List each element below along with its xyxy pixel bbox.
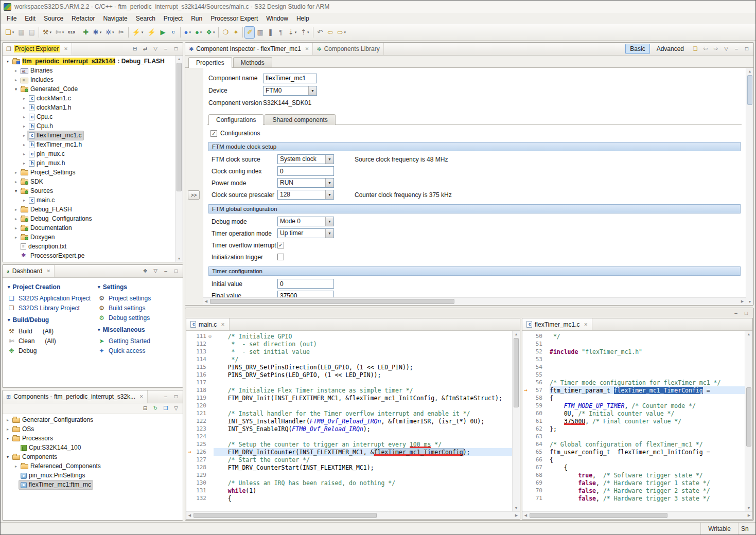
code-line-59[interactable]: 59 FTM_MODE_UP_TIMER, /* Counter mode */ (522, 402, 745, 409)
code-line-61[interactable]: 61 37500U, /* Final counter value */ (522, 417, 745, 425)
clean-button[interactable]: ✄ (54, 26, 66, 39)
run-button[interactable]: ● (193, 26, 204, 39)
dropdown-arrow-icon[interactable]: ▼ (308, 86, 317, 95)
maximize-button[interactable]: □ (171, 266, 181, 276)
expander-icon[interactable]: ▾ (5, 436, 11, 441)
expander-icon[interactable]: ▸ (5, 427, 11, 432)
code-line-62[interactable]: 62}; (522, 425, 745, 433)
minimize-button[interactable]: – (161, 44, 170, 53)
minimize-button[interactable]: – (731, 309, 741, 318)
expander-icon[interactable]: ▾ (5, 455, 11, 459)
dashboard-item-debug[interactable]: ❉Debug (8, 346, 91, 355)
code-line-52[interactable]: 52#include "flexTimer_mc1.h" (522, 348, 745, 355)
advanced-toggle[interactable]: Advanced (652, 44, 689, 54)
code-line-55[interactable]: 55 (522, 371, 745, 379)
dashboard-view-tab[interactable]: ◕ Dashboard ✕ (3, 265, 55, 277)
project-explorer-scrollbar[interactable]: ▲ ▼ (175, 56, 183, 262)
scroll-up-icon[interactable]: ▲ (513, 331, 520, 337)
tree-item-cpu-c[interactable]: ▸Cpu.c (3, 112, 174, 121)
tree-item-generated-code[interactable]: ▾Generated_Code (3, 84, 174, 94)
dropdown-arrow-icon[interactable]: ▼ (325, 155, 333, 164)
dropdown-arrow-icon[interactable]: ▼ (325, 179, 333, 187)
dropdown-arrow-icon[interactable]: ▼ (325, 229, 333, 238)
code-line-121[interactable]: 121 /* Install handler for the Timer ove… (186, 409, 512, 417)
dashboard-item-s32ds-application-project[interactable]: ❏S32DS Application Project (8, 293, 91, 303)
flextimer-c-vertical-scrollbar[interactable]: ▲ ▼ (745, 331, 752, 511)
expander-icon[interactable]: ▸ (21, 198, 27, 203)
inspector-horizontal-scrollbar[interactable]: ◀ ▶ (203, 297, 746, 305)
tab-properties[interactable]: Properties (188, 57, 232, 68)
previous-annotation-button[interactable]: ⇡ (298, 26, 311, 39)
code-line-114[interactable]: 114 */ (186, 355, 512, 363)
show-source-of-selected-button[interactable]: ▥ (255, 26, 265, 39)
prop-timer-operation-mode-select[interactable]: Up timer▼ (277, 228, 334, 238)
code-line-127[interactable]: 127 /* Start the counter */ (186, 456, 512, 463)
tree-item-sources[interactable]: ▾Sources (3, 186, 174, 195)
fold-collapse-icon[interactable]: ⊖ (206, 333, 214, 339)
dropdown-arrow-icon[interactable]: ▼ (325, 190, 333, 199)
scrollbar-thumb[interactable] (194, 513, 377, 518)
code-line-60[interactable]: 60 0U, /* Initial counter value */ (522, 409, 745, 417)
minimize-button[interactable]: – (161, 392, 170, 401)
external-tools-button[interactable]: ❖ (204, 26, 217, 39)
prop-clock-source-prescaler-select[interactable]: 128▼ (277, 190, 334, 200)
tree-item-referenced-components[interactable]: ▸Referenced_Components (3, 461, 174, 471)
code-line-118[interactable]: 118 /* Initialize Flex Timer instance as… (186, 386, 512, 394)
scrollbar-thumb[interactable] (530, 513, 667, 518)
code-line-116[interactable]: 116 PINS_DRV_SetPins(LED_GPIO, (1 << LED… (186, 371, 512, 379)
tree-item-pin-mux-h[interactable]: ▸pin_mux.h (3, 158, 174, 168)
menu-search[interactable]: Search (132, 14, 160, 23)
minimize-button[interactable]: – (161, 266, 170, 276)
code-line-53[interactable]: 53 (522, 355, 745, 363)
back-button[interactable]: ⇦ (325, 26, 336, 39)
scrollbar-thumb[interactable] (514, 338, 519, 407)
close-icon[interactable]: ✕ (584, 322, 588, 327)
expander-icon[interactable]: ▾ (13, 87, 19, 92)
code-line-126[interactable]: →126 FTM_DRV_InitCounter(INST_FLEXTIMER_… (186, 448, 512, 456)
basic-toggle[interactable]: Basic (625, 44, 649, 54)
menu-refactor[interactable]: Refactor (67, 14, 99, 23)
close-icon[interactable]: ✕ (221, 322, 225, 327)
dashboard-item-build[interactable]: ⚒Build(All) (8, 326, 91, 336)
expander-icon[interactable]: ▸ (13, 226, 19, 230)
dashboard-section-project-creation[interactable]: ▾Project Creation (8, 283, 91, 291)
expander-icon[interactable]: ▸ (13, 464, 19, 469)
next-annotation-button[interactable]: ⇣ (286, 26, 298, 39)
code-line-66[interactable]: 66{ (522, 456, 745, 463)
code-line-130[interactable]: 130 /* Unless an IRQ has been raised, do… (186, 479, 512, 487)
scroll-left-icon[interactable]: ◀ (203, 298, 209, 305)
configurations-checkbox[interactable]: ✓ (210, 130, 217, 137)
expander-icon[interactable]: ▸ (21, 96, 27, 101)
code-line-124[interactable]: 124 (186, 433, 512, 440)
view-menu-button[interactable]: ▽ (151, 44, 160, 53)
main-c-tab[interactable]: main.c ✕ (186, 318, 230, 330)
maximize-button[interactable]: □ (742, 44, 751, 53)
scroll-down-icon[interactable]: ▼ (745, 505, 752, 511)
tree-item-pin-mux-c[interactable]: ▸pin_mux.c (3, 149, 174, 158)
code-line-129[interactable]: 129 (186, 471, 512, 479)
tab-configurations[interactable]: Configurations (208, 114, 263, 125)
c-build-console-button[interactable]: C (168, 26, 179, 39)
main-c-code[interactable]: 111⊖ /* Initialize GPIO112 * - set direc… (186, 331, 512, 511)
processor-expert-configure-button[interactable]: ✲ (103, 26, 116, 39)
flextimer-c-tab[interactable]: flexTimer_mc1.c ✕ (522, 318, 592, 330)
view-menu-button[interactable]: ▽ (151, 266, 160, 276)
save-all-button[interactable]: ▤ (26, 26, 37, 39)
code-line-58[interactable]: 58{ (522, 394, 745, 402)
help-book-button[interactable]: ❒ (161, 404, 170, 413)
save-button[interactable]: ▦ (16, 26, 26, 39)
dashboard-item-getting-started[interactable]: ➤Getting Started (98, 336, 178, 346)
search-button[interactable]: ✦ (231, 26, 241, 39)
scroll-right-icon[interactable]: ▶ (746, 512, 752, 519)
view-menu-button[interactable]: ▽ (171, 404, 181, 413)
dashboard-item-build-settings[interactable]: ⚙Build settings (98, 303, 178, 313)
binary-file-button[interactable]: 010 (66, 26, 77, 39)
pin-view-button[interactable]: ❖ (140, 266, 150, 276)
tree-item-sdk[interactable]: ▸SDK (3, 177, 174, 186)
tree-item-cpu-h[interactable]: ▸Cpu.h (3, 121, 174, 131)
code-line-125[interactable]: 125 /* Setup the counter to trigger an i… (186, 440, 512, 448)
component-name-input[interactable] (263, 74, 317, 83)
expander-icon[interactable]: ▸ (13, 207, 19, 212)
scrollbar-thumb[interactable] (747, 75, 752, 105)
menu-navigate[interactable]: Navigate (99, 14, 131, 23)
